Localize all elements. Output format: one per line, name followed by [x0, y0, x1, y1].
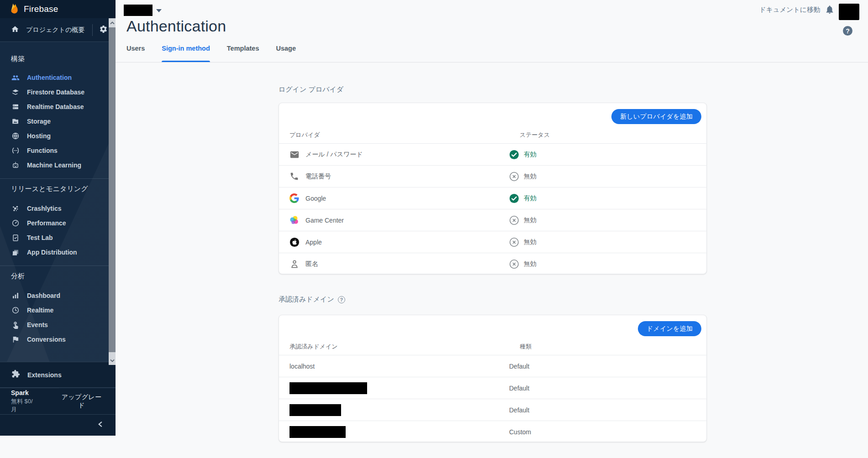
provider-name: メール / パスワード — [305, 151, 363, 159]
clock-icon — [11, 306, 20, 314]
firestore-icon — [11, 88, 20, 96]
avatar-redacted[interactable] — [839, 4, 859, 20]
sidebar-item-conversions[interactable]: Conversions — [0, 332, 116, 347]
database-icon — [11, 103, 20, 111]
scroll-down-icon[interactable] — [109, 357, 116, 364]
page-title: Authentication — [126, 17, 226, 35]
tab-templates[interactable]: Templates — [227, 41, 259, 62]
sidebar-item-realtime[interactable]: Realtime — [0, 303, 116, 317]
firebase-logo-bar[interactable]: Firebase — [0, 0, 116, 18]
providers-card: 新しいプロバイダを追加 プロバイダ ステータス メール / パスワード 有効 電… — [279, 103, 707, 274]
functions-icon — [11, 146, 20, 155]
sidebar-item-storage[interactable]: Storage — [0, 114, 116, 129]
plan-name: Spark — [11, 389, 38, 396]
docs-link[interactable]: ドキュメントに移動 — [759, 5, 820, 14]
sidebar-item-machine-learning[interactable]: Machine Learning — [0, 158, 116, 172]
bar-chart-icon — [11, 291, 20, 300]
status-label: 有効 — [524, 194, 537, 203]
scrollbar-thumb[interactable] — [109, 27, 116, 352]
provider-row-apple[interactable]: Apple 無効 — [279, 231, 706, 253]
redacted-domain — [289, 382, 367, 394]
sidebar-item-app-distribution[interactable]: App Distribution — [0, 245, 116, 260]
disabled-status-icon — [509, 259, 519, 269]
upgrade-button[interactable]: アップグレード — [58, 393, 105, 410]
help-icon[interactable]: ? — [843, 26, 852, 36]
disabled-status-icon — [509, 172, 519, 182]
provider-row-phone[interactable]: 電話番号 無効 — [279, 165, 706, 187]
sidebar-scrollbar[interactable] — [109, 18, 116, 365]
divider — [92, 24, 93, 36]
domain-row-localhost: localhost Default — [279, 355, 706, 377]
sidebar-item-test-lab[interactable]: Test Lab — [0, 230, 116, 245]
domains-section-heading: 承認済みドメイン ? — [279, 295, 345, 304]
puzzle-icon — [11, 370, 20, 380]
google-icon — [289, 193, 300, 203]
sidebar-nav: 構築 Authentication Firestore Database Rea… — [0, 55, 116, 347]
enabled-status-icon — [509, 150, 519, 160]
tab-usage[interactable]: Usage — [276, 41, 296, 62]
help-icon[interactable]: ? — [338, 296, 345, 303]
chevron-left-icon[interactable] — [98, 421, 103, 429]
provider-row-email[interactable]: メール / パスワード 有効 — [279, 143, 706, 165]
domains-card: ドメインを追加 承認済みドメイン 種類 localhost Default De… — [279, 315, 707, 442]
domain-type: Custom — [509, 428, 531, 436]
domain-row-redacted: Custom — [279, 421, 706, 442]
mail-icon — [289, 150, 300, 160]
provider-row-game-center[interactable]: Game Center 無効 — [279, 209, 706, 231]
status-label: 無効 — [524, 216, 537, 224]
sidebar-item-realtime-database[interactable]: Realtime Database — [0, 99, 116, 114]
scroll-up-icon[interactable] — [109, 19, 116, 26]
tab-users[interactable]: Users — [126, 41, 145, 62]
flag-icon — [11, 335, 20, 344]
sidebar-item-performance[interactable]: Performance — [0, 216, 116, 230]
sidebar: Firebase プロジェクトの概要 構築 Authentication Fir… — [0, 0, 116, 436]
provider-name: Google — [305, 195, 326, 202]
domains-card-head: ドメインを追加 承認済みドメイン 種類 — [279, 315, 706, 355]
sidebar-item-authentication[interactable]: Authentication — [0, 70, 116, 85]
domain-type: Default — [509, 363, 529, 370]
enabled-status-icon — [509, 193, 519, 203]
provider-name: 匿名 — [305, 260, 318, 268]
gear-icon[interactable] — [99, 25, 108, 35]
project-overview-label: プロジェクトの概要 — [26, 26, 92, 34]
home-icon — [11, 25, 19, 35]
notifications-bell-icon[interactable] — [825, 4, 835, 15]
sidebar-item-dashboard[interactable]: Dashboard — [0, 288, 116, 303]
anonymous-person-icon — [289, 259, 300, 269]
redacted-domain — [289, 404, 341, 416]
clipboard-check-icon — [11, 234, 20, 242]
sidebar-item-events[interactable]: Events — [0, 317, 116, 332]
firebase-flame-icon — [10, 2, 19, 16]
project-selector-redacted[interactable] — [124, 5, 153, 16]
sidebar-item-extensions[interactable]: Extensions — [0, 362, 116, 388]
speedometer-icon — [11, 219, 20, 227]
chevron-down-icon[interactable] — [156, 9, 162, 12]
divider — [116, 62, 868, 62]
apple-icon — [289, 237, 300, 247]
touch-icon — [11, 321, 20, 329]
add-provider-button[interactable]: 新しいプロバイダを追加 — [611, 109, 701, 124]
storage-icon — [11, 117, 20, 125]
sidebar-item-hosting[interactable]: Hosting — [0, 129, 116, 143]
tab-sign-in-method[interactable]: Sign-in method — [162, 41, 210, 62]
domain-row-redacted: Default — [279, 399, 706, 421]
nav-section-build: 構築 — [0, 55, 116, 63]
status-label: 有効 — [524, 151, 537, 159]
sidebar-item-firestore-database[interactable]: Firestore Database — [0, 85, 116, 99]
plan-band: Spark 無料 $0/月 アップグレード — [0, 388, 116, 414]
plan-price: 無料 $0/月 — [11, 397, 38, 414]
sidebar-item-crashlytics[interactable]: Crashlytics — [0, 201, 116, 216]
people-icon — [11, 73, 20, 82]
divider — [0, 265, 116, 266]
globe-icon — [11, 132, 20, 140]
firebase-wordmark: Firebase — [24, 4, 58, 14]
sidebar-item-project-overview[interactable]: プロジェクトの概要 — [0, 18, 116, 42]
column-header-status: ステータス — [520, 131, 550, 139]
add-domain-button[interactable]: ドメインを追加 — [638, 321, 701, 336]
provider-row-google[interactable]: Google 有効 — [279, 187, 706, 209]
provider-row-anonymous[interactable]: 匿名 無効 — [279, 253, 706, 275]
domain-type: Default — [509, 406, 529, 414]
redacted-domain — [289, 426, 346, 438]
sidebar-item-functions[interactable]: Functions — [0, 143, 116, 158]
plan-info: Spark 無料 $0/月 — [11, 389, 38, 414]
